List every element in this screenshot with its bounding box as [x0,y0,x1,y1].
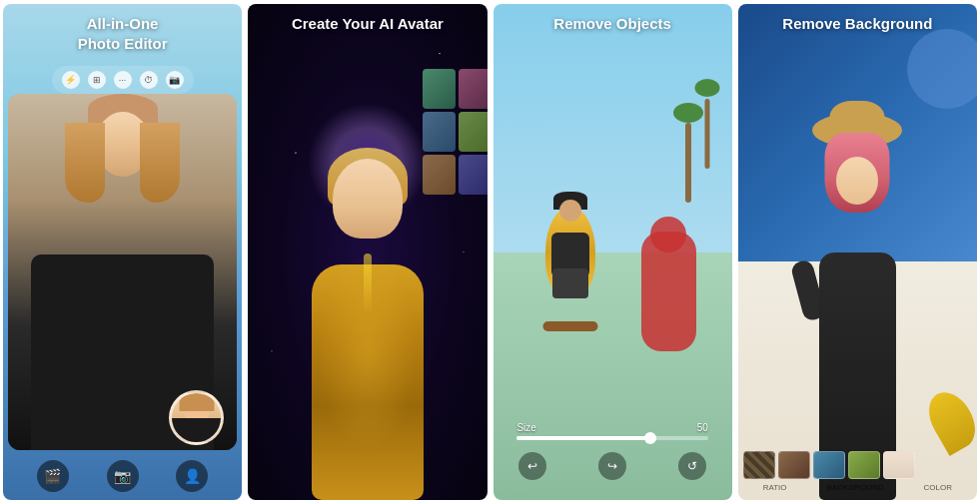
woman-face [836,157,878,205]
size-track[interactable] [516,436,707,440]
palette-label-ratio: RATIO [763,483,787,492]
size-label: Size [516,422,535,433]
palette-label-background: BACKGROUND [826,483,883,492]
panel2-title-text: Create Your AI Avatar [292,15,444,32]
woman-figure [802,101,912,500]
panel1-title-line2: Photo Editor [78,35,168,52]
panel1-title-line1: All-in-One [87,15,159,32]
skater-shorts [552,268,588,298]
skateboard [543,321,598,331]
panel1-title: All-in-One Photo Editor [3,4,242,63]
size-fill [516,436,650,440]
bottom-palette: RATIO BACKGROUND COLOR [743,451,972,492]
skater-figure [540,197,600,326]
hair-left [65,123,105,203]
panel2-title: Create Your AI Avatar [248,4,487,44]
grid-photo-1 [423,69,456,109]
crop-icon[interactable]: ⊞ [88,71,106,89]
suit-detail [364,253,372,313]
palette-thumb-3[interactable] [813,451,845,479]
palette-thumbnails [743,451,972,479]
flash-icon[interactable]: ⚡ [62,71,80,89]
panel-remove-objects: Remove Objects Size 50 ↩ ↪ ↺ [493,4,732,500]
camera-button[interactable]: 📷 [107,460,139,492]
panel4-title: Remove Background [738,4,977,44]
video-button[interactable]: 🎬 [37,460,69,492]
palm-leaf [673,103,703,123]
reset-button[interactable]: ↺ [678,452,706,480]
small-avatar-circle [169,390,224,445]
undo-button[interactable]: ↩ [518,452,546,480]
grid-photo-6 [459,155,488,195]
hair-right [140,123,180,203]
size-label-row: Size 50 [516,422,707,433]
size-slider-bar: Size 50 [516,422,707,440]
panel1-toolbar: ⚡ ⊞ ··· ⏱ 📷 [52,66,194,94]
avatar-head [333,159,403,239]
palette-label-color: COLOR [924,483,952,492]
size-value: 50 [697,422,708,433]
panel4-title-text: Remove Background [782,15,932,32]
panel3-title-text: Remove Objects [553,15,671,32]
more-icon[interactable]: ··· [114,71,132,89]
grid-photo-2 [459,69,488,109]
palm-tree [681,103,696,203]
ghost-figure [641,232,696,351]
palette-labels-row: RATIO BACKGROUND COLOR [743,483,972,492]
panel1-bottom-bar: 🎬 📷 👤 [3,460,242,492]
panel-photo-editor: All-in-One Photo Editor ⚡ ⊞ ··· ⏱ 📷 🎬 📷 … [3,4,242,500]
avatar-button[interactable]: 👤 [176,460,208,492]
palette-thumb-4[interactable] [848,451,880,479]
palette-thumb-5[interactable] [883,451,915,479]
palm-trunk [685,123,691,203]
ghost-head [650,217,686,252]
panel-ai-avatar: Create Your AI Avatar [248,4,487,500]
palm-tree-2 [701,79,713,169]
panel3-bottom-controls: ↩ ↪ ↺ [493,452,732,480]
palette-thumb-2[interactable] [778,451,810,479]
ai-avatar-figure [298,121,438,500]
timer-icon[interactable]: ⏱ [140,71,158,89]
redo-button[interactable]: ↪ [598,452,626,480]
palette-thumb-1[interactable] [743,451,775,479]
camera-icon[interactable]: 📷 [166,71,184,89]
size-thumb[interactable] [644,432,656,444]
panel3-title: Remove Objects [493,4,732,44]
skater-face [559,200,581,222]
grid-photo-4 [459,112,488,152]
panel-remove-background: Remove Background RATIO BACKGROUND COLOR [738,4,977,500]
